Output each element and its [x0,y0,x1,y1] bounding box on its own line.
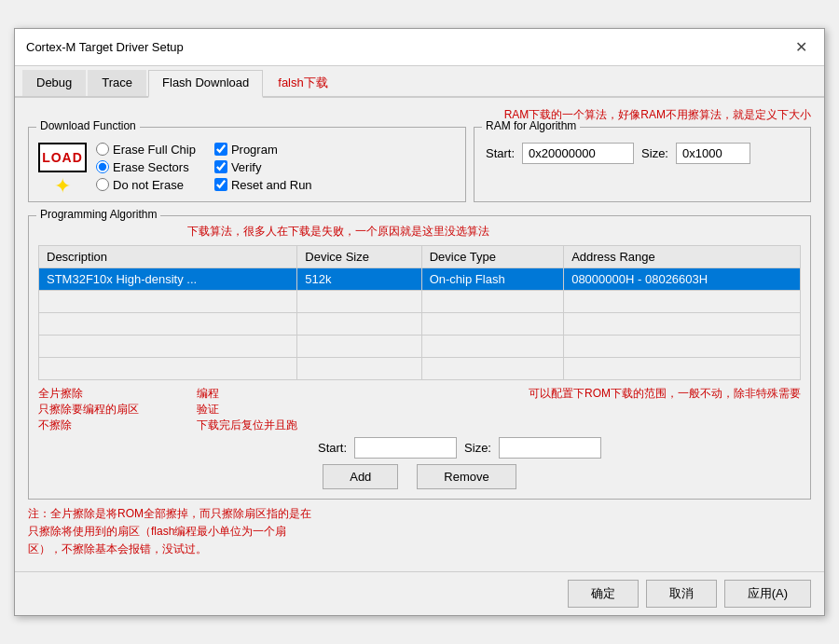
ok-button[interactable]: 确定 [568,580,639,608]
check-group: Program Verify Reset and Run [214,143,312,192]
bottom-note: 注：全片擦除是将ROM全部擦掉，而只擦除扇区指的是在 只擦除将使用到的扇区（fl… [28,505,811,559]
check-reset-run-label: Reset and Run [231,178,312,192]
algorithm-table: Description Device Size Device Type Addr… [38,245,801,380]
close-button[interactable]: ✕ [790,36,813,58]
table-row-empty [39,290,801,312]
tab-debug[interactable]: Debug [22,70,86,96]
anno-no-erase: 不擦除 [38,418,159,433]
check-program-label: Program [231,143,278,157]
ram-section: RAM for Algorithm Start: Size: [474,127,811,202]
anno-verify: 验证 [197,402,346,418]
table-row-empty [39,312,801,335]
radio-erase-sectors-label: Erase Sectors [113,160,189,174]
check-program[interactable]: Program [214,143,312,157]
algo-label: Programming Algorithm [36,208,160,221]
top-note: RAM下载的一个算法，好像RAM不用擦算法，就是定义下大小 [28,107,811,123]
radio-erase-full-chip-label: Erase Full Chip [113,143,196,157]
addr-size-input[interactable] [499,437,601,459]
col-device-size: Device Size [297,245,421,267]
radio-erase-full-chip-input[interactable] [96,143,109,156]
ram-start-label: Start: [486,146,515,160]
radio-do-not-erase-label: Do not Erase [113,178,184,192]
download-function-section: Download Function LOAD ✦ Erase Full Chip [28,127,466,202]
table-row[interactable]: STM32F10x High-density ...512kOn-chip Fl… [39,267,801,290]
download-function-label: Download Function [36,119,140,132]
addr-start-label: Start: [318,441,347,455]
radio-erase-sectors-input[interactable] [96,160,109,173]
check-program-input[interactable] [214,143,227,156]
ram-label: RAM for Algorithm [482,119,580,132]
col-description: Description [39,245,297,267]
tab-bar: Debug Trace Flash Download falsh下载 [15,66,824,98]
load-icon: LOAD ✦ [38,143,87,191]
programming-algorithm-section: Programming Algorithm 下载算法，很多人在下载是失败，一个原… [28,215,811,500]
radio-do-not-erase-input[interactable] [96,178,109,191]
check-verify-label: Verify [231,160,262,174]
window-title: Cortex-M Target Driver Setup [26,40,184,54]
col-device-type: Device Type [421,245,563,267]
radio-erase-sectors[interactable]: Erase Sectors [96,160,196,174]
cancel-button[interactable]: 取消 [646,580,717,608]
check-reset-run-input[interactable] [214,178,227,191]
algo-buttons-row: Add Remove [38,464,801,489]
anno-reset-run: 下载完后复位并且跑 [197,418,346,433]
ram-size-label: Size: [641,146,668,160]
check-reset-run[interactable]: Reset and Run [214,178,312,192]
tab-flash-download[interactable]: Flash Download [148,70,263,98]
erase-radio-group: Erase Full Chip Erase Sectors Do not Era… [96,143,196,192]
radio-do-not-erase[interactable]: Do not Erase [96,178,196,192]
apply-button[interactable]: 应用(A) [724,580,811,608]
addr-row: Start: Size: [38,437,801,459]
note-addr: 可以配置下ROM下载的范围，一般不动，除非特殊需要 [529,386,801,402]
table-row-empty [39,357,801,379]
anno-program: 编程 [197,386,346,402]
add-button[interactable]: Add [323,464,398,489]
check-verify[interactable]: Verify [214,160,312,174]
tab-trace[interactable]: Trace [88,70,146,96]
anno-full-erase: 全片擦除 [38,386,159,402]
col-address-range: Address Range [564,245,801,267]
addr-start-input[interactable] [354,437,457,459]
tab-extra[interactable]: falsh下载 [265,70,340,96]
footer: 确定 取消 应用(A) [15,571,824,615]
ram-start-input[interactable] [522,143,634,164]
algo-note: 下载算法，很多人在下载是失败，一个原因就是这里没选算法 [187,224,489,240]
anno-sector-erase: 只擦除要编程的扇区 [38,402,159,418]
check-verify-input[interactable] [214,160,227,173]
table-row-empty [39,335,801,357]
addr-size-label: Size: [464,441,491,455]
radio-erase-full-chip[interactable]: Erase Full Chip [96,143,196,157]
ram-size-input[interactable] [676,143,750,164]
remove-button[interactable]: Remove [417,464,516,489]
ram-inputs-row: Start: Size: [486,143,799,164]
